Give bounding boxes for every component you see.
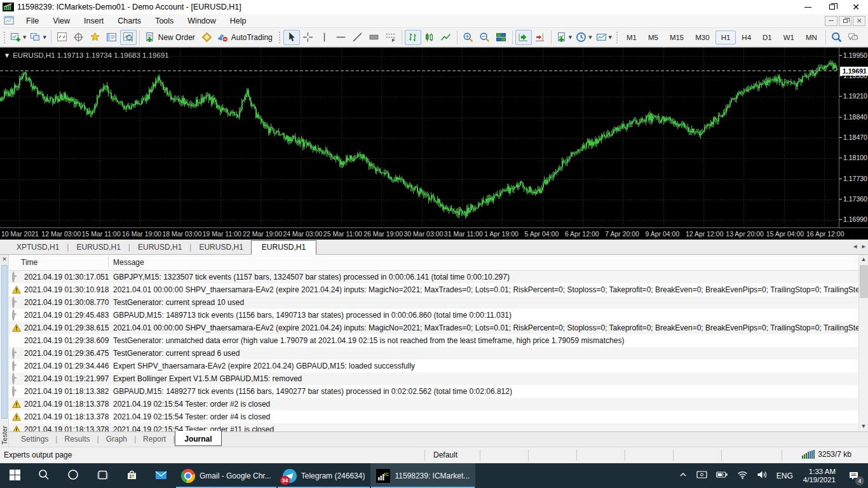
journal-row[interactable]: 2021.04.19 01:29:34.446Expert SHPV_thaer… — [9, 360, 858, 372]
tester-tab-settings[interactable]: Settings — [14, 432, 55, 445]
cortana-button[interactable] — [58, 463, 88, 488]
timeframe-h4-button[interactable]: H4 — [736, 30, 757, 44]
menu-tools[interactable]: Tools — [148, 15, 180, 27]
tester-tab-results[interactable]: Results — [57, 432, 97, 445]
chart-tab-1[interactable]: XPTUSD,H1 — [9, 241, 67, 254]
horizontal-line-button[interactable] — [333, 30, 349, 45]
profiles-button[interactable]: ▼ — [28, 30, 48, 45]
periods-button[interactable]: ▼ — [574, 30, 593, 45]
journal-row[interactable]: 2021.04.19 01:30:17.051GBPJPY,M15: 13235… — [9, 271, 858, 283]
journal-scrollbar[interactable]: ▲ ▼ — [858, 255, 868, 431]
chart-canvas[interactable] — [0, 48, 839, 228]
menu-insert[interactable]: Insert — [77, 15, 111, 27]
zoom-out-button[interactable] — [477, 30, 493, 45]
autotrading-button[interactable]: AutoTrading — [215, 30, 276, 45]
mdi-restore-button[interactable] — [839, 16, 851, 26]
scroll-thumb[interactable] — [860, 265, 868, 298]
mail-button[interactable] — [146, 463, 175, 488]
wifi-tray-button[interactable] — [733, 463, 752, 488]
chevron-down-icon[interactable]: ▼ — [43, 35, 46, 40]
timeframe-m30-button[interactable]: M30 — [689, 30, 715, 44]
timeframe-d1-button[interactable]: D1 — [757, 30, 778, 44]
minimize-button[interactable] — [796, 0, 820, 14]
trendline-button[interactable] — [349, 30, 366, 45]
tester-close-icon[interactable]: ✕ — [0, 255, 9, 263]
chart-tab-3[interactable]: EURUSD,H1 — [130, 241, 189, 254]
timeframe-mn-button[interactable]: MN — [800, 30, 823, 44]
market-watch-button[interactable] — [54, 30, 71, 45]
tester-tab-journal[interactable]: Journal — [175, 431, 221, 446]
start-button[interactable] — [0, 463, 29, 488]
tester-strip-handle[interactable] — [1, 265, 8, 419]
symbol-search-button[interactable] — [829, 30, 845, 45]
status-profile[interactable]: Default — [433, 451, 458, 459]
column-header-time[interactable]: Time — [21, 258, 37, 267]
task-view-button[interactable] — [88, 463, 117, 488]
tile-windows-button[interactable] — [493, 30, 510, 45]
vertical-line-button[interactable] — [316, 30, 333, 45]
action-center-button[interactable]: 4 — [841, 463, 865, 488]
chevron-up-tray-button[interactable] — [674, 463, 692, 488]
mdi-close-button[interactable]: × — [853, 16, 865, 26]
journal-row[interactable]: 2021.04.19 01:29:45.483GBPAUD,M15: 14897… — [9, 309, 858, 322]
journal-row[interactable]: 2021.04.19 01:18:13.3782021.04.19 02:15:… — [9, 398, 858, 410]
chevron-down-icon[interactable]: ▼ — [569, 35, 572, 40]
chevron-down-icon[interactable]: ▼ — [609, 35, 612, 40]
telegram-taskbar-button[interactable]: 34Telegram (246634) — [277, 463, 371, 488]
zoom-in-button[interactable] — [460, 30, 477, 45]
journal-row[interactable]: 2021.04.19 01:29:38.609TestGenerator: un… — [9, 334, 858, 347]
journal-row[interactable]: 2021.04.19 01:29:38.6152021.04.01 00:00:… — [9, 322, 858, 334]
store-button[interactable] — [117, 463, 146, 488]
tester-tab-graph[interactable]: Graph — [99, 432, 134, 445]
journal-row[interactable]: 2021.04.19 01:30:10.9182021.04.01 00:00:… — [9, 283, 858, 296]
tab-scroll-left-icon[interactable]: ◂ — [853, 242, 857, 250]
candles-chart-button[interactable] — [421, 30, 438, 45]
mt4-taskbar-button[interactable]: IC11598239: ICMarket... — [370, 463, 475, 488]
templates-button[interactable]: ▼ — [594, 30, 614, 45]
indicators-button[interactable]: ▼ — [554, 30, 574, 45]
menu-help[interactable]: Help — [223, 15, 254, 27]
column-header-message[interactable]: Message — [113, 258, 144, 267]
timeframe-h1-button[interactable]: H1 — [715, 30, 736, 44]
channel-button[interactable] — [366, 30, 383, 45]
one-click-trading-icon[interactable]: ▼ — [5, 53, 9, 58]
language-indicator[interactable]: ENG — [772, 463, 797, 488]
chart-tab-5[interactable]: EURUSD,H1 — [251, 240, 316, 255]
new-chart-button[interactable]: ▼ — [8, 30, 28, 45]
navigator-button[interactable] — [87, 30, 104, 45]
timeframe-m1-button[interactable]: M1 — [621, 30, 642, 44]
mdi-minimize-button[interactable] — [825, 16, 837, 26]
new-order-button[interactable]: New Order — [142, 30, 199, 45]
clock[interactable]: 1:33 AM 4/19/2021 — [797, 463, 841, 488]
journal-row[interactable]: 2021.04.19 01:18:13.3782021.04.19 02:15:… — [9, 423, 858, 431]
fibonacci-button[interactable]: F — [383, 30, 399, 45]
journal-row[interactable]: 2021.04.19 01:29:36.475TestGenerator: cu… — [9, 347, 858, 360]
scroll-up-icon[interactable]: ▲ — [859, 255, 868, 264]
chevron-down-icon[interactable]: ▼ — [588, 35, 592, 40]
column-divider[interactable] — [108, 257, 109, 268]
timeframe-m5-button[interactable]: M5 — [642, 30, 664, 44]
tab-scroll-right-icon[interactable]: ▸ — [862, 242, 865, 250]
search-button[interactable] — [29, 463, 58, 488]
menu-file[interactable]: File — [19, 15, 46, 27]
crosshair-button[interactable] — [300, 30, 316, 45]
metaeditor-button[interactable] — [199, 30, 215, 45]
line-chart-button[interactable] — [438, 30, 454, 45]
chart-tab-4[interactable]: EURUSD,H1 — [191, 241, 250, 254]
chevron-down-icon[interactable]: ▼ — [23, 35, 26, 40]
timeframe-m15-button[interactable]: M15 — [664, 30, 689, 44]
menu-view[interactable]: View — [46, 15, 77, 27]
chart-shift-button[interactable] — [532, 30, 548, 45]
auto-scroll-button[interactable] — [515, 30, 532, 45]
journal-row[interactable]: 2021.04.19 01:18:13.382GBPAUD,M15: 14892… — [9, 385, 858, 398]
battery-tray-button[interactable] — [712, 463, 733, 488]
cast-tray-button[interactable] — [692, 463, 712, 488]
close-button[interactable]: ✕ — [844, 0, 868, 14]
toolbar-grip[interactable] — [278, 30, 281, 44]
journal-row[interactable]: 2021.04.19 01:18:13.3782021.04.19 02:15:… — [9, 410, 858, 423]
tester-tab-report[interactable]: Report — [136, 432, 173, 445]
timeframe-w1-button[interactable]: W1 — [778, 30, 800, 44]
strategy-tester-button[interactable] — [120, 30, 137, 45]
volume-tray-button[interactable] — [752, 463, 772, 488]
journal-row[interactable]: 2021.04.19 01:30:08.770TestGenerator: cu… — [9, 296, 858, 309]
